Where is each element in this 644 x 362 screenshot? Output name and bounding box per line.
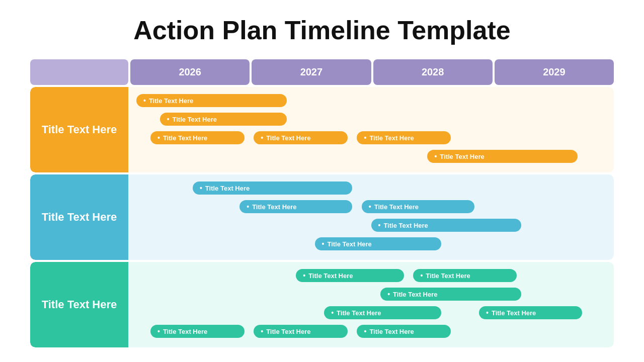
blue-bar-2b: Title Text Here [362, 200, 474, 213]
bar-row: Title Text Here [136, 150, 606, 163]
orange-bar-3c: Title Text Here [357, 131, 451, 144]
header-row: 2026 2027 2028 2029 [30, 59, 614, 85]
bar-row: Title Text Here Title Text Here Title Te… [136, 131, 606, 144]
row-blue-label: Title Text Here [30, 174, 128, 260]
blue-bar-4: Title Text Here [315, 237, 442, 250]
blue-bar-2a: Title Text Here [239, 200, 352, 213]
row-green: Title Text Here Title Text Here Title Te… [30, 262, 614, 347]
row-orange-content: Title Text Here Title Text Here Title Te… [128, 87, 614, 172]
bar-row: Title Text Here Title Text Here [136, 200, 606, 213]
green-bar-3a: Title Text Here [324, 306, 441, 319]
green-bar-4c: Title Text Here [357, 325, 451, 338]
header-year-2027: 2027 [252, 59, 371, 85]
page-title: Action Plan Timeline Template [133, 15, 510, 45]
bar-row: Title Text Here Title Text Here [136, 269, 606, 282]
bar-row: Title Text Here [136, 94, 606, 107]
green-bar-1b: Title Text Here [413, 269, 516, 282]
bar-row: Title Text Here [136, 288, 606, 301]
orange-bar-1: Title Text Here [136, 94, 287, 107]
row-green-label: Title Text Here [30, 262, 128, 347]
bar-row: Title Text Here [136, 182, 606, 195]
row-orange: Title Text Here Title Text Here Title Te… [30, 87, 614, 172]
bar-row: Title Text Here Title Text Here Title Te… [136, 325, 606, 338]
green-bar-1a: Title Text Here [296, 269, 404, 282]
bar-row: Title Text Here [136, 219, 606, 232]
row-orange-label: Title Text Here [30, 87, 128, 172]
green-bar-4a: Title Text Here [150, 325, 245, 338]
header-year-2028: 2028 [373, 59, 493, 85]
green-bar-2: Title Text Here [380, 288, 521, 301]
orange-bar-2: Title Text Here [160, 113, 287, 126]
bar-row: Title Text Here [136, 237, 606, 250]
bar-row: Title Text Here Title Text Here [136, 306, 606, 319]
header-empty [30, 59, 128, 85]
header-year-2029: 2029 [495, 59, 614, 85]
bar-row: Title Text Here [136, 113, 606, 126]
timeline-wrapper: 2026 2027 2028 2029 Title Text Here Titl… [30, 59, 614, 347]
row-blue-content: Title Text Here Title Text Here Title Te… [128, 174, 614, 260]
header-year-2026: 2026 [130, 59, 250, 85]
orange-bar-3b: Title Text Here [254, 131, 348, 144]
row-green-content: Title Text Here Title Text Here Title Te… [128, 262, 614, 347]
green-bar-4b: Title Text Here [254, 325, 348, 338]
orange-bar-3a: Title Text Here [150, 131, 245, 144]
page-container: Action Plan Timeline Template 2026 2027 … [0, 0, 644, 362]
blue-bar-1: Title Text Here [193, 182, 352, 195]
blue-bar-3: Title Text Here [371, 219, 522, 232]
row-blue: Title Text Here Title Text Here Title Te… [30, 174, 614, 260]
orange-bar-4: Title Text Here [427, 150, 578, 163]
green-bar-3b: Title Text Here [479, 306, 582, 319]
